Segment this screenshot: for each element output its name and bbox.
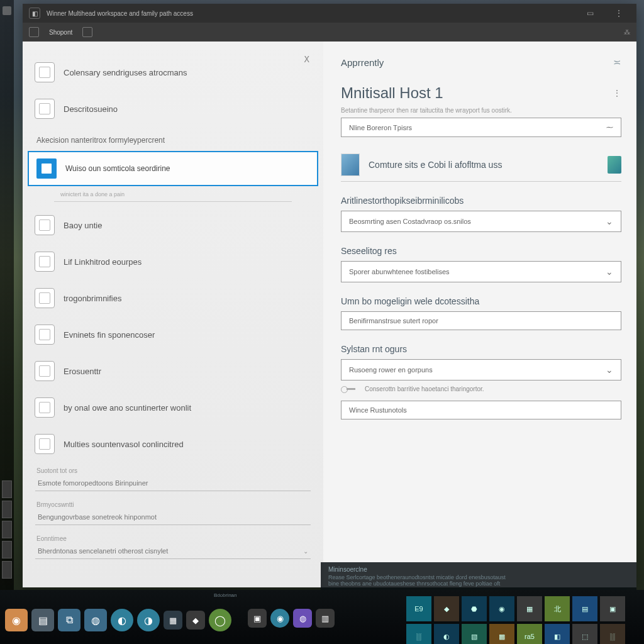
settings-window: ◧ Winner Multihead workspace and family … xyxy=(23,4,636,587)
category-item[interactable]: trogonbrimnifies xyxy=(23,280,323,316)
category-icon xyxy=(35,397,55,418)
start-tile[interactable]: ◧ xyxy=(545,624,570,644)
taskbar-app[interactable]: ▣ xyxy=(248,609,267,628)
footer-select-text: Bherdntonas sencelanetri otherost cisnyl… xyxy=(38,547,168,555)
footer-hint: Eonntimee xyxy=(23,530,323,543)
section-heading: Sylstan rnt ogurs xyxy=(341,344,621,354)
select-value: Benifirmanstrsue sutert ropor xyxy=(349,317,438,325)
rail-thumb[interactable] xyxy=(2,561,12,579)
category-icon xyxy=(35,434,55,454)
category-icon xyxy=(35,99,55,119)
category-item[interactable]: Evninets fin sponencoser xyxy=(23,316,323,353)
nav-refresh-icon[interactable] xyxy=(82,27,92,37)
section-select[interactable]: Benifirmanstrsue sutert ropor xyxy=(341,311,621,330)
product-box-alt-icon xyxy=(608,156,621,174)
taskbar-app[interactable]: ◑ xyxy=(137,609,160,631)
start-tile[interactable]: ◐ xyxy=(434,624,459,644)
category-item[interactable]: Erosuenttr xyxy=(23,353,323,389)
check-wave-icon: ⁓ xyxy=(606,123,613,131)
window-tabbar: Shopont ⁂ xyxy=(23,23,636,42)
nav-home-icon[interactable] xyxy=(29,27,39,37)
start-tile[interactable]: ◆ xyxy=(434,596,459,621)
select-value: Wince Rustunotols xyxy=(349,406,407,414)
category-label: Evninets fin sponencoser xyxy=(64,330,155,340)
right-pane: Apprrently ≍ Mnitisall Host 1 ⋮ Betantin… xyxy=(323,42,636,587)
breadcrumb[interactable]: Apprrently xyxy=(341,57,384,68)
section-select[interactable]: Rusoeng rower en gorpuns⌄ xyxy=(341,359,621,380)
taskbar-app[interactable]: ◉ xyxy=(5,609,28,631)
section-heading: Seseelitog res xyxy=(341,246,621,256)
rail-thumb[interactable] xyxy=(2,501,12,518)
more-icon[interactable]: ⋮ xyxy=(613,88,621,98)
rail-thumb[interactable] xyxy=(2,521,12,538)
start-tile[interactable]: ⬣ xyxy=(462,596,487,621)
chevron-down-icon: ⌄ xyxy=(303,548,308,555)
close-icon[interactable]: X xyxy=(304,54,309,64)
taskbar-app[interactable]: ◯ xyxy=(209,609,231,631)
section-select[interactable]: Wince Rustunotols xyxy=(341,401,621,419)
app-badge-icon: ◧ xyxy=(29,8,40,19)
host-name-input[interactable]: Nline Boreron Tpisrs ⁓ xyxy=(341,118,621,137)
category-item[interactable]: Multies sountenvasol conlincitred xyxy=(23,426,323,462)
category-item[interactable]: Baoy untie xyxy=(23,207,323,243)
category-label: Descritosueino xyxy=(64,104,118,114)
start-tile[interactable]: E9 xyxy=(406,596,431,621)
window-title: Winner Multihead workspace and family pa… xyxy=(47,10,193,17)
rail-thumb[interactable] xyxy=(2,541,12,558)
category-item[interactable]: Lif Linkhitrod eourpes xyxy=(23,243,323,280)
desktop-left-rail xyxy=(0,0,14,644)
category-label: by onal owe ano scuntinerter wonlit xyxy=(64,403,191,413)
taskbar-app[interactable]: ▦ xyxy=(164,611,182,630)
more-button[interactable]: ⋮ xyxy=(608,6,630,21)
footer-select[interactable]: Bengungovrbase sonetreok hinponmot xyxy=(35,509,311,525)
footer-select-text: Esmote fomoropedtoons Birinpuiner xyxy=(38,479,148,487)
start-tile[interactable]: ra5 xyxy=(517,624,542,644)
tab-label[interactable]: Shopont xyxy=(49,29,72,36)
category-icon xyxy=(35,252,55,272)
info-card-text: Comture sits e Cobi li afofltma uss xyxy=(369,160,599,170)
taskbar-app[interactable]: ◆ xyxy=(186,611,205,630)
taskbar-app[interactable]: ▥ xyxy=(316,609,335,628)
strip-line: bine theobns ane ubudotaueshese thnrsoth… xyxy=(328,580,629,587)
filter-icon[interactable]: ≍ xyxy=(613,57,621,68)
highlighted-label: Wuiso oun somticola seordirine xyxy=(65,164,170,173)
taskbar-app[interactable]: ◉ xyxy=(270,609,289,628)
minimize-button[interactable]: ▭ xyxy=(579,6,601,21)
start-tile[interactable]: ▤ xyxy=(572,596,597,621)
category-item[interactable]: Descritosueino xyxy=(23,91,323,127)
start-tile[interactable]: ░ xyxy=(406,624,431,644)
start-tile[interactable]: ▣ xyxy=(600,596,625,621)
rail-thumb[interactable] xyxy=(2,480,12,498)
info-card[interactable]: Comture sits e Cobi li afofltma uss xyxy=(341,146,621,182)
highlighted-item[interactable]: Wuiso oun somticola seordirine xyxy=(28,151,318,186)
start-tile[interactable]: ▩ xyxy=(489,624,514,644)
start-tile[interactable]: ▦ xyxy=(517,596,542,621)
input-value: Nline Boreron Tpisrs xyxy=(349,124,412,131)
key-icon xyxy=(341,384,358,393)
start-tile[interactable]: ░ xyxy=(600,624,625,644)
category-item[interactable]: Colensary sendriguses atrocmans xyxy=(23,54,323,91)
taskbar: Bdobrinan ◉ ▤ ⧉ ◍ ◐ ◑ ▦ ◆ ◯ ▣ ◉ ◍ ▥ E9 ◆… xyxy=(0,590,644,644)
category-item[interactable]: by onal owe ano scuntinerter wonlit xyxy=(23,389,323,426)
category-icon xyxy=(35,215,55,235)
start-tile[interactable]: ⬚ xyxy=(572,624,597,644)
taskbar-app[interactable]: ◍ xyxy=(84,609,107,631)
select-value: Sporer abunwhtenee fostibelises xyxy=(349,268,450,275)
footer-select[interactable]: Bherdntonas sencelanetri otherost cisnyl… xyxy=(35,543,311,559)
section-select[interactable]: Beosmrting asen Costadvraop os.snilos⌄ xyxy=(341,211,621,232)
start-tile[interactable]: ◉ xyxy=(489,596,514,621)
chevron-down-icon: ⌄ xyxy=(606,267,613,277)
category-label: Erosuenttr xyxy=(64,367,101,376)
taskbar-app[interactable]: ▤ xyxy=(31,609,54,631)
footer-select[interactable]: Esmote fomoropedtoons Birinpuiner xyxy=(35,475,311,491)
window-titlebar[interactable]: ◧ Winner Multihead workspace and family … xyxy=(23,4,636,23)
start-tile[interactable]: ▧ xyxy=(462,624,487,644)
taskbar-app[interactable]: ◍ xyxy=(293,609,312,628)
chevron-down-icon: ⌄ xyxy=(606,216,613,226)
section-select[interactable]: Sporer abunwhtenee fostibelises⌄ xyxy=(341,261,621,282)
chevron-down-icon: ⌄ xyxy=(606,365,613,375)
taskbar-app[interactable]: ⧉ xyxy=(58,609,80,631)
tab-extra-icon[interactable]: ⁂ xyxy=(624,29,630,36)
taskbar-app[interactable]: ◐ xyxy=(111,609,133,631)
start-tile[interactable]: 北 xyxy=(545,596,570,621)
